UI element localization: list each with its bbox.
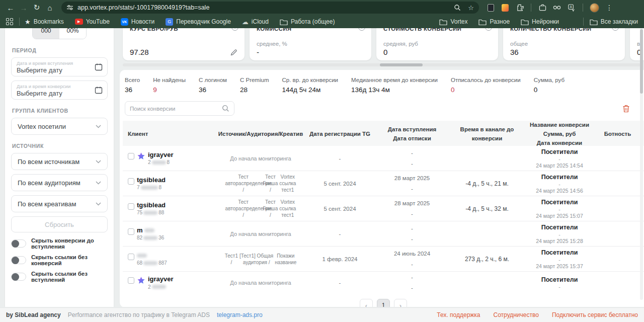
stat-cards-row: КУРС ЕВРО/РУБ i 97.28 КОМИССИЯ i среднее… (120, 28, 644, 60)
row-checkbox[interactable] (128, 277, 134, 284)
password-key-icon[interactable] (552, 3, 561, 12)
row-checkbox[interactable] (128, 153, 134, 159)
bookmark-folder-misc[interactable]: Разное (478, 18, 510, 25)
client-name[interactable]: igrayver (148, 276, 174, 283)
bookmark-folder-neuro[interactable]: Нейронки (521, 18, 559, 25)
card-euro-rate: КУРС ЕВРО/РУБ i 97.28 (123, 28, 245, 60)
toggle-hide-conversions-before-join[interactable]: Скрыть конверсии до вступления (11, 237, 108, 250)
reset-button[interactable]: Сбросить (11, 216, 108, 232)
orange-extension-icon[interactable] (501, 3, 510, 12)
footer-link-support[interactable]: Тех. поддержка (437, 311, 480, 318)
bookmark-label: Работа (общее) (291, 18, 335, 25)
client-name[interactable] (137, 252, 167, 260)
audience-select[interactable]: По всем аудиториям (11, 174, 108, 191)
segment-count[interactable]: 000 (33, 28, 59, 39)
page-current-button[interactable]: 1 (377, 299, 390, 307)
chrome-menu-icon[interactable]: ⋮ (605, 3, 614, 12)
table-row: 68887 Тест1 / [Тест1] Общая аудитория / … (123, 247, 644, 272)
bookmark-item-bookmarks[interactable]: ★Bookmarks (25, 18, 64, 26)
join-leave-cell: 28 март 2025- (372, 173, 452, 194)
browser-chrome: ← → ↻ ⌂ app.vortex.pro/stats/-1001798004… (0, 0, 644, 28)
address-bar[interactable]: app.vortex.pro/stats/-1001798004919?tab=… (61, 2, 479, 14)
forward-icon[interactable]: → (17, 1, 30, 14)
toggle-switch[interactable] (11, 256, 26, 264)
redacted-id (152, 160, 166, 165)
briefcase-icon[interactable] (538, 3, 547, 12)
client-name[interactable]: tgsiblead (137, 177, 166, 184)
registration-cell: 1 февр. 2024 (308, 256, 372, 262)
toggle-switch[interactable] (11, 273, 26, 281)
bookmark-label: Нейронки (532, 18, 559, 25)
bookmark-item-translate[interactable]: GПереводчик Google (166, 18, 231, 26)
toggle-hide-links-without-joins[interactable]: Скрыть ссылки без вступлений (11, 271, 108, 283)
bookmark-label: iCloud (252, 18, 269, 25)
chevron-down-icon (96, 202, 101, 206)
select-value: По всем креативам (18, 200, 76, 208)
date-join-field[interactable]: Дата и время вступления Выберите дату (11, 57, 108, 76)
source-cell: Тест автораспределение / Тест Гриша / Vo… (213, 199, 308, 218)
toggle-hide-links-without-conversions[interactable]: Скрыть ссылки без конверсий (11, 254, 108, 266)
time-cell: -4 д., 5 ч., 32 м. (452, 205, 522, 212)
date-conversion-field[interactable]: Дата и время конверсии Выберите дату (11, 80, 108, 100)
translate-icon[interactable]: A (567, 3, 576, 12)
reload-icon[interactable]: ↻ (30, 1, 43, 14)
source-cell: До начала мониторинга (213, 231, 308, 237)
redacted-id (141, 186, 158, 190)
row-checkbox[interactable] (128, 228, 134, 235)
bookmark-star-icon[interactable]: ☆ (468, 4, 474, 12)
bookmark-folder-vortex[interactable]: Vortex (439, 18, 467, 25)
home-icon[interactable]: ⌂ (43, 1, 56, 14)
footer-link-partnership[interactable]: Сотрудничество (494, 311, 539, 318)
col-botness: Ботность (597, 130, 638, 139)
join-leave-cell: 28 март 2025- (372, 198, 452, 219)
delete-trash-icon[interactable] (622, 105, 630, 113)
toggle-switch[interactable] (11, 239, 26, 248)
segment-percent[interactable]: 00% (59, 28, 86, 39)
summary-item-with-login: С логином36 (199, 77, 227, 94)
bookmark-item-youtube[interactable]: ▶YouTube (75, 18, 110, 25)
site-settings-icon[interactable] (66, 4, 73, 11)
conversion-cell: Посетители-24 март 2025 15:07 (522, 199, 597, 219)
extensions-puzzle-icon[interactable] (515, 3, 524, 12)
all-bookmarks-folder[interactable]: Все закладки (590, 18, 638, 25)
scrollbar-thumb[interactable] (380, 63, 423, 66)
card-title: КОЛИЧЕСТВО КОНВЕРСИЙ (510, 28, 618, 32)
table-row: igrayver 2 До начала мониторинга - -- По… (123, 272, 644, 294)
client-name[interactable]: igrayver (148, 151, 174, 159)
creative-select[interactable]: По всем креативам (11, 195, 108, 212)
footer-link-connect[interactable]: Подключить сервис бесплатно (552, 311, 638, 318)
conversion-search[interactable] (125, 101, 234, 116)
calendar-icon (95, 86, 103, 94)
premium-star-icon (137, 276, 145, 285)
client-name[interactable]: m (137, 227, 164, 234)
source-select[interactable]: По всем источникам (11, 153, 108, 170)
cards-horizontal-scrollbar[interactable] (123, 63, 641, 66)
client-group-label: ГРУППА КЛИЕНТОВ (12, 108, 108, 114)
bookmark-folder-work[interactable]: Работа (общее) (280, 18, 335, 25)
card-title: КУРС ЕВРО/РУБ (130, 28, 237, 32)
toolbar-divider (583, 4, 583, 12)
apps-grid-icon[interactable] (6, 18, 13, 25)
bookmark-item-icloud[interactable]: ☁iCloud (242, 18, 269, 26)
edit-pencil-icon[interactable] (230, 49, 237, 56)
search-tabs-icon[interactable] (454, 4, 461, 11)
count-percent-toggle[interactable]: 000 00% (32, 28, 87, 39)
time-cell: 273 д., 2 ч., 6 м. (452, 256, 522, 263)
profile-avatar[interactable] (590, 3, 599, 13)
scrollbar-thumb[interactable] (640, 29, 643, 94)
col-time-in-channel: Время в канале до конверсии (452, 125, 522, 143)
client-group-select[interactable]: Vortex посетили (11, 118, 108, 135)
page-next-button[interactable]: › (394, 299, 407, 307)
row-checkbox[interactable] (128, 254, 134, 260)
back-icon[interactable]: ← (4, 1, 17, 14)
row-checkbox[interactable] (128, 178, 134, 185)
vertical-scrollbar[interactable] (640, 28, 643, 300)
notes-extension-icon[interactable] (486, 3, 495, 12)
row-checkbox[interactable] (128, 203, 134, 210)
conversion-cell: Посетители-24 март 2025 14:56 (522, 174, 597, 194)
footer-site-link[interactable]: telegram-ads.pro (217, 311, 263, 318)
client-name[interactable]: tgsiblead (137, 202, 166, 209)
page-prev-button[interactable]: ‹ (360, 299, 373, 307)
search-input[interactable] (130, 106, 222, 112)
bookmark-item-news[interactable]: VKНовости (121, 18, 154, 26)
